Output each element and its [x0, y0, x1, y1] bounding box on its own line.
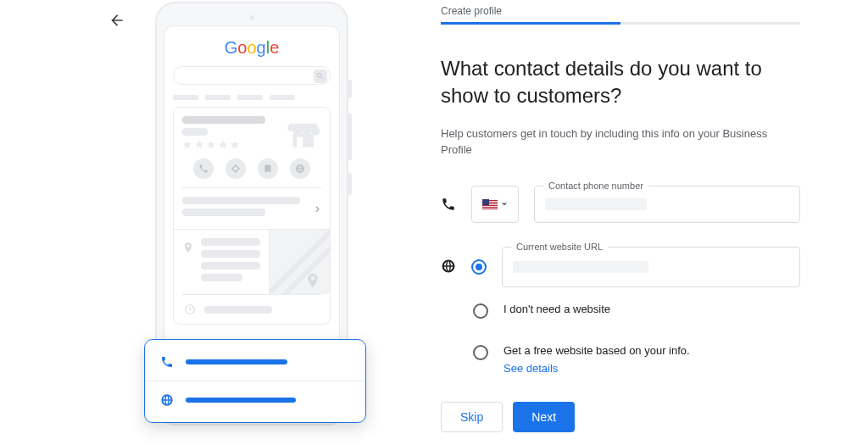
website-radio-free-label: Get a free website based on your info. — [504, 344, 690, 357]
back-button[interactable] — [108, 12, 125, 32]
globe-icon — [441, 259, 456, 274]
website-radio-free[interactable] — [473, 345, 488, 360]
search-icon — [314, 70, 327, 83]
chevron-right-icon: › — [315, 201, 320, 216]
clock-icon — [184, 303, 196, 315]
stepper-label: Create profile — [441, 5, 800, 17]
website-radio-url[interactable] — [471, 259, 487, 275]
google-logo: Google — [173, 38, 331, 58]
globe-icon — [160, 393, 174, 407]
skip-button[interactable]: Skip — [441, 402, 503, 432]
arrow-left-icon — [108, 12, 125, 29]
illustration-pane: Google — [0, 0, 407, 445]
page-subtitle: Help customers get in touch by including… — [441, 125, 800, 159]
svg-rect-0 — [293, 134, 314, 147]
website-url-field[interactable]: Current website URL — [502, 247, 800, 287]
page-title: What contact details do you want to show… — [441, 55, 800, 110]
phone-icon — [441, 197, 456, 212]
phone-row: Contact phone number — [441, 186, 800, 223]
website-row: Current website URL — [441, 247, 800, 287]
website-radio-none-label: I don't need a website — [504, 303, 610, 315]
map-pin-icon — [304, 272, 321, 289]
stepper-progress — [441, 22, 800, 25]
us-flag-icon — [482, 199, 498, 209]
save-chip-icon — [258, 159, 278, 179]
phone-field-label: Contact phone number — [543, 181, 648, 191]
phone-icon — [160, 355, 174, 369]
pin-icon — [182, 242, 194, 253]
see-details-link[interactable]: See details — [504, 362, 690, 375]
page-root: Google — [0, 0, 868, 445]
contact-highlight-card — [144, 339, 366, 423]
form-pane: Create profile What contact details do y… — [407, 0, 868, 445]
result-card-mock: › — [173, 107, 331, 325]
next-button[interactable]: Next — [513, 402, 575, 432]
search-bar-mock — [173, 66, 331, 85]
phone-number-field[interactable]: Contact phone number — [534, 186, 800, 223]
website-field-label: Current website URL — [511, 242, 608, 252]
stepper-progress-fill — [441, 22, 620, 25]
website-radio-none[interactable] — [473, 303, 488, 319]
directions-chip-icon — [225, 159, 246, 179]
caret-down-icon — [501, 201, 508, 208]
website-chip-icon — [290, 159, 310, 179]
storefront-icon — [286, 116, 321, 152]
call-chip-icon — [193, 159, 214, 179]
svg-rect-1 — [297, 137, 303, 147]
country-code-select[interactable] — [471, 186, 519, 223]
